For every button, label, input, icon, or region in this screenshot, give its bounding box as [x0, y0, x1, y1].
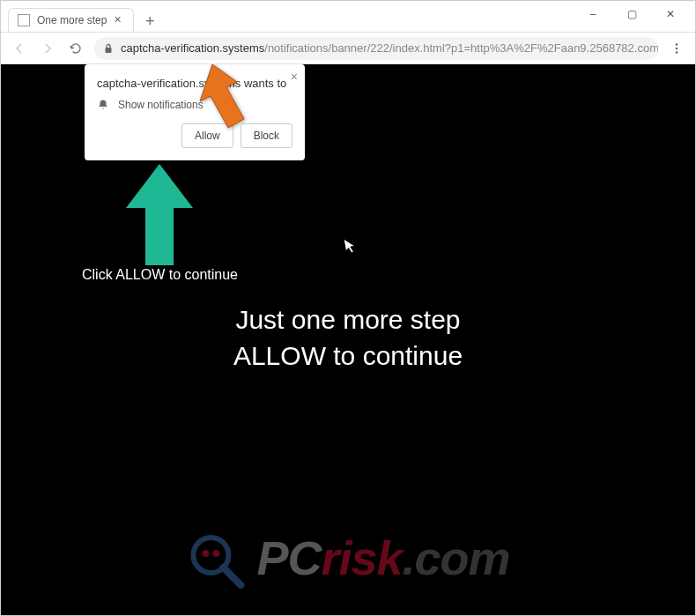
watermark-text: PCrisk.com — [256, 531, 509, 585]
maximize-button[interactable]: ▢ — [612, 1, 651, 27]
address-bar[interactable]: captcha-verification.systems/notificatio… — [94, 37, 658, 60]
tab-title: One more step — [37, 14, 107, 26]
tab-close-icon[interactable]: × — [114, 15, 124, 26]
lock-icon — [103, 43, 114, 54]
url-path: /notifications/banner/222/index.html?p1=… — [264, 41, 658, 55]
svg-point-1 — [676, 43, 678, 46]
watermark-logo-icon — [186, 527, 248, 589]
toolbar: captcha-verification.systems/notificatio… — [1, 33, 695, 64]
url-domain: captcha-verification.systems — [121, 41, 264, 55]
titlebar: One more step × + – ▢ ✕ — [1, 1, 695, 33]
new-tab-button[interactable]: + — [139, 11, 160, 32]
svg-point-5 — [202, 550, 209, 557]
page-content: × captcha-verification.systems wants to … — [1, 64, 695, 615]
window-close-button[interactable]: ✕ — [651, 1, 690, 27]
bell-icon — [97, 99, 109, 111]
reload-button[interactable] — [66, 39, 85, 58]
main-line-1: Just one more step — [233, 302, 463, 338]
watermark-pc: PC — [256, 531, 321, 584]
orange-pointer-arrow — [186, 64, 256, 145]
window-controls: – ▢ ✕ — [574, 1, 690, 27]
green-up-arrow — [124, 164, 195, 270]
main-line-2: ALLOW to continue — [233, 338, 463, 375]
svg-line-7 — [223, 568, 241, 585]
watermark: PCrisk.com — [186, 527, 509, 589]
browser-menu-button[interactable] — [667, 39, 686, 58]
page-favicon — [18, 14, 30, 26]
url-text: captcha-verification.systems/notificatio… — [121, 41, 658, 55]
notification-close-icon[interactable]: × — [291, 70, 298, 84]
mouse-cursor-icon — [343, 236, 359, 259]
browser-window: One more step × + – ▢ ✕ captcha-verifica… — [0, 0, 696, 616]
browser-tab[interactable]: One more step × — [8, 8, 134, 32]
watermark-dot: .com — [403, 531, 510, 584]
svg-point-2 — [676, 47, 678, 49]
back-button[interactable] — [10, 39, 29, 58]
svg-point-3 — [676, 51, 678, 54]
svg-rect-0 — [106, 48, 112, 53]
minimize-button[interactable]: – — [574, 1, 612, 27]
forward-button[interactable] — [38, 39, 57, 58]
main-message: Just one more step ALLOW to continue — [233, 302, 463, 374]
svg-point-6 — [212, 550, 219, 557]
watermark-risk: risk — [321, 531, 402, 584]
